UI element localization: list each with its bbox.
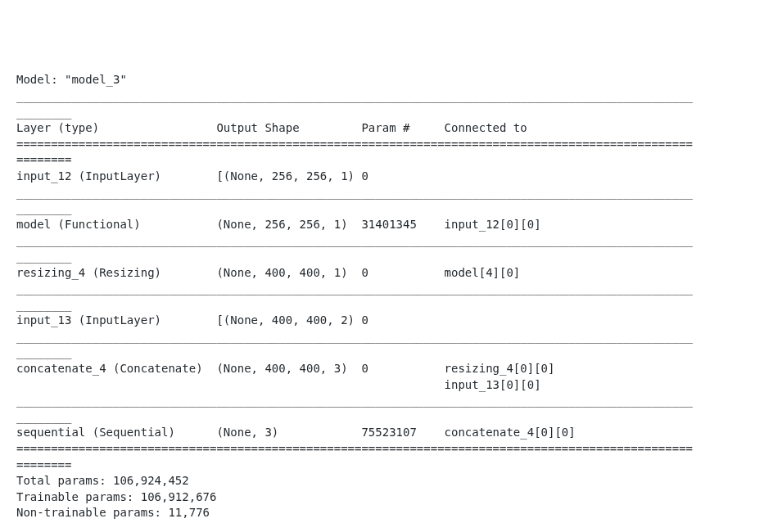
non-trainable-params: Non-trainable params: 11,776 <box>16 506 210 519</box>
separator-equals-footer: ========================================… <box>16 442 693 455</box>
separator-underscore-top: ________________________________________… <box>16 89 693 102</box>
separator-underscore-bottom: ________________________________________… <box>16 522 693 532</box>
model-name-line: Model: "model_3" <box>16 73 127 86</box>
separator-equals-header: ========================================… <box>16 138 693 151</box>
separator-underscore-wrap: ________ <box>16 106 71 119</box>
model-summary-output: Model: "model_3" _______________________… <box>16 72 757 532</box>
trainable-params: Trainable params: 106,912,676 <box>16 490 216 503</box>
layers-body: input_12 (InputLayer) [(None, 256, 256, … <box>16 169 693 440</box>
separator-equals-wrap: ======== <box>16 153 71 166</box>
total-params: Total params: 106,924,452 <box>16 474 189 487</box>
header-row: Layer (type) Output Shape Param # Connec… <box>16 121 527 134</box>
separator-equals-footer-wrap: ======== <box>16 458 71 471</box>
